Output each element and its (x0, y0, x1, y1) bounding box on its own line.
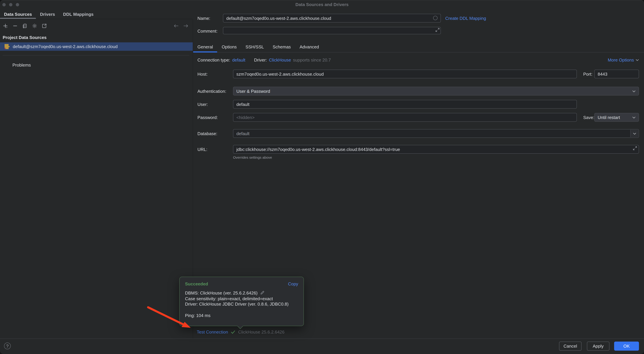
case-sensitivity-line: Case sensitivity: plain=exact, delimited… (185, 296, 298, 302)
ping-line: Ping: 104 ms (185, 313, 298, 318)
password-label: Password: (198, 115, 218, 120)
datasource-label: default@szm7oqed0o.us-west-2.aws.clickho… (13, 44, 118, 49)
driver-support-note: supports since 20.7 (293, 58, 331, 63)
dbms-line: DBMS: ClickHouse (ver. 25.6.2.6426) (185, 290, 298, 296)
project-data-sources-header: Project Data Sources (3, 35, 47, 40)
tab-ssh-ssl[interactable]: SSH/SSL (241, 42, 268, 52)
settings-gear-icon[interactable] (32, 23, 37, 29)
chevron-down-icon (636, 59, 639, 61)
name-label: Name: (198, 16, 210, 21)
comment-input[interactable] (223, 27, 441, 34)
data-sources-dialog: Data Sources and Drivers Data Sources Dr… (0, 0, 644, 354)
url-input[interactable] (233, 145, 639, 154)
clickhouse-datasource-icon (5, 44, 10, 49)
url-note: Overrides settings above (233, 155, 272, 159)
database-dropdown-button[interactable] (630, 130, 638, 137)
authentication-label: Authentication: (198, 89, 226, 94)
forward-arrow-icon[interactable] (183, 23, 188, 29)
chevron-down-icon (632, 116, 636, 118)
problems-section-label[interactable]: Problems (12, 63, 31, 68)
tab-ddl-mappings[interactable]: DDL Mappings (59, 10, 98, 19)
tab-schemas[interactable]: Schemas (268, 42, 295, 52)
datasource-color-circle-icon[interactable] (433, 16, 438, 20)
password-input[interactable] (233, 113, 577, 122)
remove-icon[interactable] (12, 23, 18, 29)
duplicate-icon[interactable] (22, 23, 28, 29)
user-input[interactable] (233, 100, 577, 109)
connection-type-row: Connection type: default Driver: ClickHo… (198, 58, 331, 63)
add-icon[interactable] (3, 23, 8, 29)
cancel-button[interactable]: Cancel (559, 341, 582, 351)
save-label: Save: (583, 115, 594, 120)
expand-field-icon[interactable] (436, 28, 440, 32)
question-mark-icon: ? (6, 343, 8, 348)
tab-options[interactable]: Options (218, 42, 241, 52)
test-connection-result-popup: Succeeded Copy DBMS: ClickHouse (ver. 25… (179, 277, 304, 326)
port-input[interactable] (594, 70, 639, 78)
sidebar-divider (3, 55, 189, 56)
test-connection-row: Test Connection ClickHouse 25.6.2.6426 (197, 329, 284, 334)
apply-button[interactable]: Apply (587, 341, 610, 351)
sidebar-tab-strip: Data Sources Drivers DDL Mappings (0, 10, 193, 19)
copy-link[interactable]: Copy (288, 281, 298, 286)
chevron-down-icon (633, 132, 636, 135)
sidebar: Data Sources Drivers DDL Mappings (0, 0, 193, 338)
name-input[interactable] (223, 14, 441, 23)
port-label: Port: (583, 72, 592, 77)
user-label: User: (198, 102, 208, 107)
form-tab-strip: General Options SSH/SSL Schemas Advanced (193, 42, 644, 52)
url-label: URL: (198, 147, 207, 152)
edit-pencil-icon[interactable] (260, 291, 264, 295)
driver-label: Driver: (254, 58, 267, 63)
save-select[interactable]: Until restart (594, 113, 639, 122)
help-button[interactable]: ? (4, 342, 11, 349)
red-annotation-arrow (144, 302, 196, 331)
driver-line: Driver: ClickHouse JDBC Driver (ver. 0.8… (185, 302, 298, 307)
tab-general[interactable]: General (193, 42, 218, 52)
tab-data-sources[interactable]: Data Sources (0, 10, 36, 19)
footer-divider (0, 338, 644, 339)
authentication-select[interactable]: User & Password (233, 87, 639, 95)
tab-advanced[interactable]: Advanced (295, 42, 323, 52)
host-label: Host: (198, 72, 208, 77)
test-connection-link[interactable]: Test Connection (197, 329, 228, 334)
comment-label: Comment: (198, 29, 218, 34)
more-options-link[interactable]: More Options (608, 58, 639, 63)
back-arrow-icon[interactable] (173, 23, 179, 29)
driver-value-link[interactable]: ClickHouse (269, 58, 291, 63)
database-label: Database: (198, 131, 218, 136)
connection-type-label: Connection type: (198, 58, 230, 63)
host-input[interactable] (233, 70, 577, 78)
datasource-list-item[interactable]: default@szm7oqed0o.us-west-2.aws.clickho… (0, 42, 193, 51)
export-icon[interactable] (42, 23, 47, 29)
sidebar-toolbar (3, 22, 47, 30)
database-combobox[interactable]: default (233, 129, 639, 138)
chevron-down-icon (632, 90, 636, 92)
connection-status-text: ClickHouse 25.6.2.6426 (238, 329, 284, 334)
ok-button[interactable]: OK (614, 341, 639, 351)
status-badge: Succeeded (185, 281, 208, 286)
expand-field-icon[interactable] (633, 146, 637, 150)
create-ddl-mapping-link[interactable]: Create DDL Mapping (445, 16, 486, 21)
connection-type-value-link[interactable]: default (232, 58, 245, 63)
success-check-icon (231, 330, 235, 334)
tab-drivers[interactable]: Drivers (36, 10, 59, 19)
history-nav (173, 22, 188, 30)
